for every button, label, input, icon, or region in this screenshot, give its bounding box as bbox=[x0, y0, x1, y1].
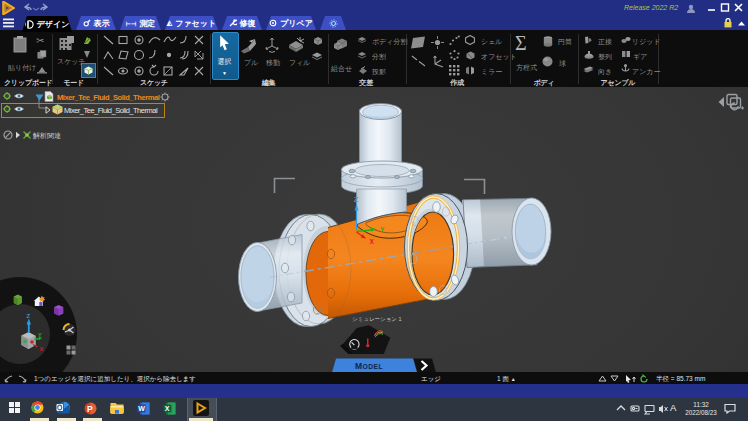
svg-text:Y: Y bbox=[380, 226, 385, 233]
svg-text:Z: Z bbox=[354, 196, 358, 203]
svg-text:MODEL: MODEL bbox=[355, 360, 383, 370]
svg-text:P: P bbox=[87, 404, 93, 414]
svg-text:Z: Z bbox=[27, 313, 31, 319]
svg-text:W: W bbox=[138, 405, 145, 412]
svg-text:X: X bbox=[165, 405, 170, 412]
svg-text:X: X bbox=[40, 346, 44, 352]
svg-text:Y: Y bbox=[38, 332, 42, 338]
svg-text:X: X bbox=[370, 238, 375, 245]
